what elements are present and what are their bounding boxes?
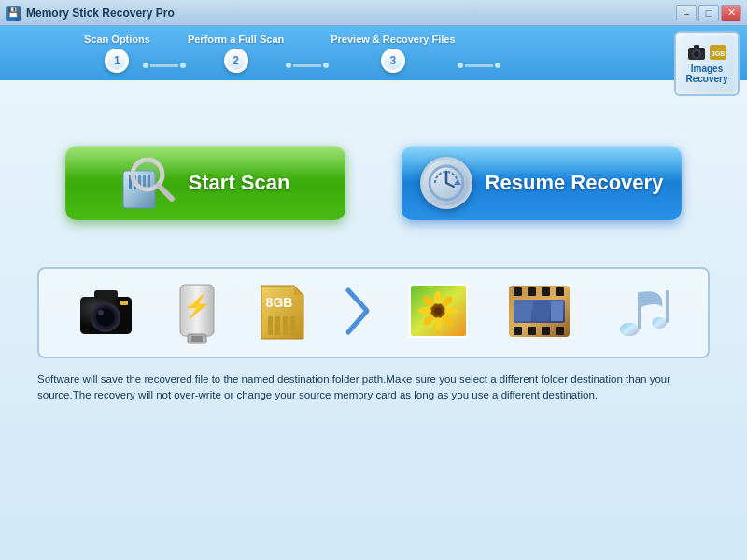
resume-recovery-label: Resume Recovery xyxy=(486,171,664,195)
start-scan-label: Start Scan xyxy=(189,171,290,195)
logo-text-2: Recovery xyxy=(685,74,727,84)
svg-point-44 xyxy=(444,307,458,315)
svg-point-67 xyxy=(652,317,667,329)
svg-text:8GB: 8GB xyxy=(266,295,293,310)
title-bar-controls: – □ ✕ xyxy=(676,5,741,21)
svg-rect-54 xyxy=(542,287,550,296)
svg-line-14 xyxy=(159,186,172,199)
clock-svg xyxy=(428,164,465,202)
resume-recovery-button[interactable]: Resume Recovery xyxy=(402,146,682,220)
film-strip-icon xyxy=(504,281,574,345)
logo-text-1: Images xyxy=(691,63,723,74)
svg-rect-37 xyxy=(290,316,295,335)
step-1: Scan Options 1 xyxy=(84,34,150,73)
logo-card-icon: 8GB xyxy=(709,44,727,61)
svg-rect-62 xyxy=(533,301,549,321)
recovery-clock-icon xyxy=(420,157,472,209)
svg-rect-22 xyxy=(94,290,118,300)
svg-rect-34 xyxy=(268,316,273,335)
step-spacer-left xyxy=(150,64,178,67)
title-bar-left: 💾 Memory Stick Recovery Pro xyxy=(6,6,175,21)
svg-point-26 xyxy=(98,310,104,315)
step-spacer-mid xyxy=(293,64,321,67)
start-scan-button[interactable]: Start Scan xyxy=(65,146,345,220)
svg-point-43 xyxy=(418,307,431,315)
step-bar: Scan Options 1 Perform a Full Scan 2 Pre… xyxy=(0,26,747,80)
svg-point-42 xyxy=(434,317,442,330)
camera-icon xyxy=(76,286,136,341)
svg-rect-66 xyxy=(638,292,641,329)
steps-container: Scan Options 1 Perform a Full Scan 2 Pre… xyxy=(84,34,663,73)
svg-text:⚡: ⚡ xyxy=(183,292,211,319)
svg-rect-3 xyxy=(694,45,699,49)
close-button[interactable]: ✕ xyxy=(721,5,741,21)
svg-rect-68 xyxy=(666,290,669,323)
maximize-button[interactable]: □ xyxy=(698,5,719,21)
svg-rect-57 xyxy=(528,327,536,335)
photo-icon xyxy=(408,283,469,343)
svg-point-50 xyxy=(434,307,442,315)
window-title: Memory Stick Recovery Pro xyxy=(26,7,175,20)
step-spacer-right xyxy=(465,64,493,67)
svg-point-41 xyxy=(434,291,442,304)
step-3-label: Preview & Recovery Files xyxy=(331,34,455,45)
svg-rect-56 xyxy=(514,327,522,335)
svg-rect-53 xyxy=(528,287,536,296)
step-1-label: Scan Options xyxy=(84,34,150,45)
svg-rect-61 xyxy=(515,301,531,321)
svg-point-2 xyxy=(694,51,699,57)
sd-card-icon: 8GB xyxy=(257,281,308,345)
logo-camera-icon xyxy=(686,44,707,61)
svg-rect-31 xyxy=(191,336,203,342)
svg-rect-36 xyxy=(283,316,288,335)
step-1-circle: 1 xyxy=(105,49,129,73)
title-bar: 💾 Memory Stick Recovery Pro – □ ✕ xyxy=(0,0,747,26)
app-icon: 💾 xyxy=(6,6,21,21)
minimize-button[interactable]: – xyxy=(676,5,697,21)
svg-marker-33 xyxy=(294,286,303,295)
step-3-circle: 3 xyxy=(381,49,405,73)
device-icon-box: ⚡ xyxy=(37,267,710,358)
svg-point-65 xyxy=(620,323,639,336)
magnifier-icon xyxy=(129,156,176,203)
main-content: Start Scan Resume Recovery xyxy=(0,80,747,560)
music-note-icon xyxy=(611,281,671,345)
logo-area: 8GB Images Recovery xyxy=(674,31,740,96)
usb-drive-icon: ⚡ xyxy=(173,280,221,345)
step-2-circle: 2 xyxy=(224,49,248,73)
svg-rect-63 xyxy=(551,301,563,321)
step-2: Perform a Full Scan 2 xyxy=(188,34,284,73)
buttons-row: Start Scan Resume Recovery xyxy=(65,146,682,220)
svg-text:8GB: 8GB xyxy=(712,50,725,57)
scan-icon xyxy=(121,156,176,210)
svg-rect-58 xyxy=(542,327,550,335)
logo-icons: 8GB xyxy=(686,44,727,61)
svg-rect-35 xyxy=(275,316,280,335)
arrow-bracket-icon xyxy=(344,281,372,345)
svg-rect-59 xyxy=(556,327,564,335)
svg-rect-52 xyxy=(514,287,522,296)
svg-rect-55 xyxy=(556,287,564,296)
step-3: Preview & Recovery Files 3 xyxy=(331,34,455,73)
step-2-label: Perform a Full Scan xyxy=(188,34,284,45)
svg-rect-27 xyxy=(120,301,128,305)
description-text: Software will save the recovered file to… xyxy=(37,371,710,404)
